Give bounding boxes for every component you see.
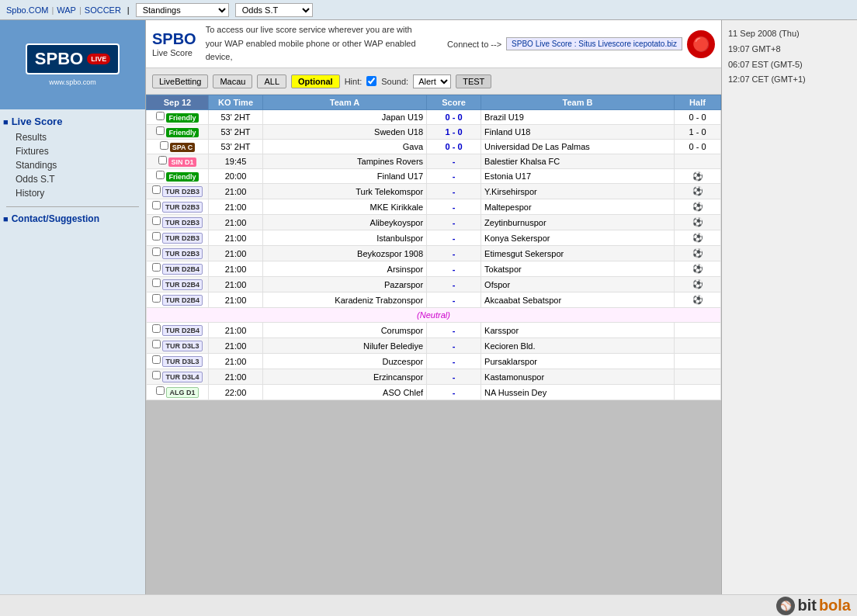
- banner-text-2: your WAP enabled mobile phone or other W…: [206, 37, 438, 64]
- table-row: TUR D2B421:00Karadeniz Trabzonspor-Akcaa…: [147, 292, 721, 308]
- banner-url: SPBO Live Score : Situs Livescore icepot…: [506, 37, 682, 50]
- team-b: Y.Kirsehirspor: [481, 184, 675, 199]
- banner-subtitle: Live Score: [152, 48, 193, 57]
- controls-bar: LiveBetting Macau ALL Optional Hint: Sou…: [146, 68, 721, 95]
- half-score: ⚽: [675, 292, 721, 308]
- ko-time: 21:00: [209, 184, 263, 199]
- league-badge: TUR D2B4: [162, 264, 203, 275]
- sidebar-item-results[interactable]: Results: [3, 130, 142, 144]
- table-row: TUR D2B421:00Corumspor-Karsspor: [147, 323, 721, 338]
- league-checkbox[interactable]: [152, 263, 161, 272]
- league-badge: Friendly: [166, 172, 198, 182]
- league-checkbox[interactable]: [156, 171, 165, 179]
- league-checkbox[interactable]: [160, 141, 168, 150]
- league-checkbox[interactable]: [152, 340, 161, 348]
- team-b: Kastamonuspor: [481, 369, 675, 385]
- footer: ⚾ bitbola: [0, 594, 857, 616]
- live-score-nav[interactable]: ■ Live Score: [3, 116, 142, 127]
- half-score: 1 - 0: [675, 125, 721, 140]
- league-checkbox[interactable]: [156, 112, 165, 120]
- team-b: Ofspor: [481, 277, 675, 292]
- team-a: Erzincanspor: [263, 369, 427, 385]
- half-score: [675, 338, 721, 354]
- live-badge: LIVE: [87, 54, 110, 64]
- ko-time: 53' 2HT: [209, 125, 263, 140]
- half-score: ⚽: [675, 184, 721, 199]
- league-checkbox[interactable]: [152, 355, 161, 364]
- score: -: [427, 246, 481, 261]
- league-checkbox[interactable]: [152, 324, 161, 333]
- team-a: Finland U17: [263, 169, 427, 184]
- sidebar-item-history[interactable]: History: [3, 186, 142, 200]
- league-badge: TUR D2B4: [162, 279, 203, 290]
- league-checkbox[interactable]: [152, 247, 161, 256]
- sound-select[interactable]: Alert: [413, 74, 451, 88]
- col-score: Score: [427, 95, 481, 110]
- team-a: MKE Kirikkale: [263, 199, 427, 215]
- standings-dropdown[interactable]: Standings: [136, 3, 229, 17]
- livebetting-button[interactable]: LiveBetting: [152, 74, 208, 88]
- score: -: [427, 169, 481, 184]
- col-team-a: Team A: [263, 95, 427, 110]
- score: -: [427, 277, 481, 292]
- ko-time: 21:00: [209, 246, 263, 261]
- team-a: Japan U19: [263, 110, 427, 125]
- score: -: [427, 199, 481, 215]
- league-checkbox[interactable]: [156, 126, 165, 135]
- score: -: [427, 323, 481, 338]
- team-a: Tampines Rovers: [263, 154, 427, 169]
- league-badge: TUR D3L4: [162, 372, 202, 382]
- league-checkbox[interactable]: [158, 156, 167, 164]
- ko-time: 21:00: [209, 292, 263, 308]
- contact-nav[interactable]: ■ Contact/Suggestion: [3, 213, 142, 224]
- table-scroll-area[interactable]: Sep 12 KO Time Team A Score Team B Half …: [146, 95, 721, 594]
- table-row: TUR D2B321:00Turk Telekomspor-Y.Kirsehir…: [147, 184, 721, 199]
- league-checkbox[interactable]: [152, 371, 161, 379]
- team-a: Alibeykoyspor: [263, 215, 427, 230]
- league-checkbox[interactable]: [152, 216, 161, 225]
- half-score: [675, 369, 721, 385]
- league-checkbox[interactable]: [152, 185, 161, 194]
- scores-table: Sep 12 KO Time Team A Score Team B Half …: [146, 95, 721, 400]
- hint-checkbox[interactable]: [366, 76, 376, 86]
- score: 1 - 0: [427, 125, 481, 140]
- all-button[interactable]: ALL: [257, 74, 286, 88]
- ko-time: 20:00: [209, 169, 263, 184]
- team-b: Pursaklarspor: [481, 354, 675, 369]
- score: -: [427, 215, 481, 230]
- col-half: Half: [675, 95, 721, 110]
- sidebar-item-fixtures[interactable]: Fixtures: [3, 144, 142, 158]
- half-score: [675, 154, 721, 169]
- test-button[interactable]: TEST: [456, 74, 491, 88]
- ko-time: 22:00: [209, 385, 263, 400]
- expand-icon: ■: [3, 117, 9, 126]
- spbo-com-link[interactable]: Spbo.COM: [6, 5, 48, 15]
- banner: SPBO Live Score To access our live score…: [146, 20, 721, 68]
- ko-time: 19:45: [209, 154, 263, 169]
- odds-dropdown[interactable]: Odds S.T: [235, 3, 313, 17]
- expand-icon-2: ■: [3, 214, 9, 223]
- banner-text-1: To access our live score service whereve…: [206, 23, 438, 37]
- ko-time: 21:00: [209, 323, 263, 338]
- optional-button[interactable]: Optional: [291, 74, 340, 88]
- league-checkbox[interactable]: [152, 294, 161, 303]
- sidebar-item-standings[interactable]: Standings: [3, 158, 142, 172]
- team-b: Maltepespor: [481, 199, 675, 215]
- wap-link[interactable]: WAP: [57, 5, 76, 15]
- bitbola-logo: ⚾ bitbola: [776, 597, 851, 615]
- table-row: SIN D119:45Tampines Rovers-Balestier Kha…: [147, 154, 721, 169]
- score: -: [427, 230, 481, 246]
- soccer-link[interactable]: SOCCER: [85, 5, 121, 15]
- team-a: Istanbulspor: [263, 230, 427, 246]
- league-checkbox[interactable]: [152, 232, 161, 241]
- sidebar-item-odds[interactable]: Odds S.T: [3, 172, 142, 186]
- ko-time: 21:00: [209, 277, 263, 292]
- ko-time: 21:00: [209, 199, 263, 215]
- league-checkbox[interactable]: [152, 201, 161, 209]
- league-checkbox[interactable]: [152, 279, 161, 287]
- time-line-1: 11 Sep 2008 (Thu): [728, 26, 851, 42]
- league-badge: TUR D2B4: [162, 295, 203, 306]
- team-a: Duzcespor: [263, 354, 427, 369]
- macau-button[interactable]: Macau: [213, 74, 252, 88]
- league-checkbox[interactable]: [156, 386, 165, 395]
